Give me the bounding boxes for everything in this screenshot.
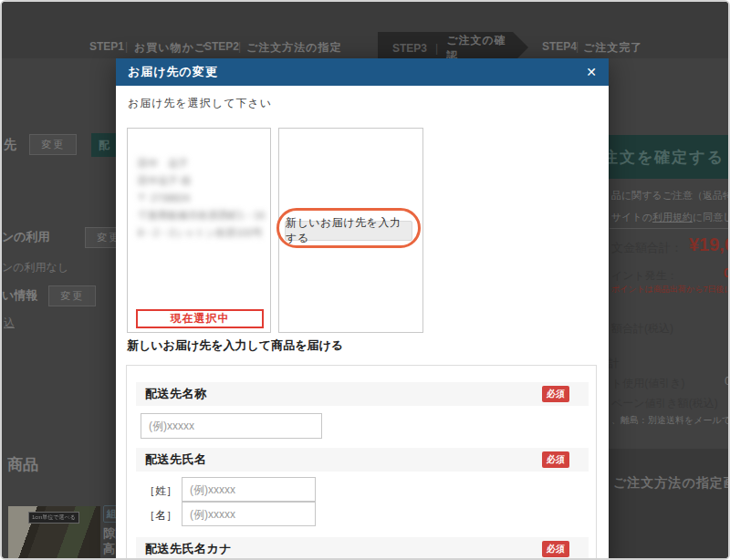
- points-earned-label-fragment: イント発生：: [611, 268, 678, 284]
- field-label: 配送先氏名: [145, 451, 207, 468]
- field-header-recipient-name-kana: 配送先氏名カナ 必須: [136, 537, 589, 560]
- coupon-section-heading-fragment: ンの利用: [2, 229, 50, 245]
- required-badge: 必須: [542, 386, 569, 402]
- order-total-label-fragment: 文金額合計：: [611, 240, 683, 256]
- new-address-form: 配送先名称 必須 配送先氏名 必須 ［姓］ ［名］ 配送先氏名カナ 必須: [126, 365, 597, 560]
- step-separator: |: [238, 40, 241, 53]
- required-badge: 必須: [542, 451, 569, 468]
- enter-new-address-button[interactable]: 新しいお届け先を入力する: [285, 221, 412, 241]
- points-use-label-fragment: ト使用(値引き): [611, 376, 685, 391]
- current-address-card[interactable]: 田中 花子 田中花子 様 〒 2738824 千葉県船橋市前原西町1－16 8－…: [127, 128, 271, 333]
- step1-label[interactable]: お買い物かご: [134, 40, 206, 56]
- coupon-status-fragment: ンの利用なし: [2, 260, 68, 275]
- step2-number: STEP2: [204, 40, 239, 53]
- remote-island-shipping-note-fragment: 、離島：別途送料をメールでご案内致: [611, 414, 730, 427]
- modal-instruction: お届け先を選択して下さい: [128, 96, 272, 111]
- shipping-total-fragment: 計: [609, 356, 620, 371]
- order-total-value: ¥19,000: [689, 234, 730, 255]
- terms-pre-text: サイトの: [611, 212, 652, 223]
- payment-method-fragment: 込: [4, 316, 15, 331]
- change-shipping-button[interactable]: 変更: [29, 134, 77, 155]
- step-separator: |: [125, 40, 128, 53]
- points-earned-value: 0: [724, 265, 730, 280]
- required-badge: 必須: [542, 541, 569, 557]
- delivery-name-input[interactable]: [141, 413, 322, 439]
- campaign-discount-label-fragment: ペーン値引き額(税込): [611, 396, 718, 411]
- divider: [610, 228, 730, 229]
- last-name-input[interactable]: [182, 477, 316, 502]
- new-address-form-heading: 新しいお届け先を入力して商品を届ける: [127, 337, 343, 354]
- step2-label[interactable]: ご注文方法の指定: [246, 40, 342, 56]
- field-header-recipient-name: 配送先氏名 必須: [136, 448, 589, 472]
- first-name-label: ［名］: [144, 508, 177, 524]
- step-navigation: STEP1 | お買い物かご STEP2 | ご注文方法の指定 STEP3 | …: [2, 2, 728, 58]
- product-image-badge: 1cm単位で選べる: [28, 512, 79, 524]
- address-line: 田中花子 様: [138, 172, 265, 190]
- change-payment-button[interactable]: 変更: [48, 285, 96, 306]
- product-image[interactable]: 1cm単位で選べる: [8, 506, 100, 560]
- shipping-section-heading-fragment: 先: [4, 137, 16, 153]
- payment-section-heading-fragment: い情報: [2, 287, 37, 304]
- return-policy-notice-fragment: 品に関するご注意（返品特約な: [611, 189, 730, 202]
- modal-header: お届け先の変更 ✕: [116, 58, 609, 86]
- subtotal-label-fragment: 額合計(税込): [611, 321, 673, 337]
- step4-number: STEP4: [542, 40, 577, 53]
- step4-label: ご注文完了: [583, 40, 642, 56]
- new-address-card: 新しいお届け先を入力する: [278, 128, 423, 333]
- first-name-input[interactable]: [182, 502, 316, 526]
- points-note-fragment: ポイントは商品出荷から7日後に有効: [611, 284, 730, 296]
- terms-agreement-fragment: サイトの利用規約に同意して: [611, 211, 730, 224]
- address-line: 千葉県船橋市前原西町1－16: [138, 207, 265, 224]
- currently-selected-button[interactable]: 現在選択中: [136, 309, 264, 328]
- back-to-order-method-link-fragment[interactable]: ご注文方法の指定画面へ戻: [613, 475, 730, 492]
- last-name-label: ［姓］: [144, 483, 177, 499]
- close-icon[interactable]: ✕: [586, 66, 597, 78]
- points-use-value: 0: [725, 374, 730, 388]
- modal-title: お届け先の変更: [128, 64, 218, 80]
- products-heading-fragment: 商品: [7, 454, 38, 475]
- address-line: 8－2－2シャトン前原103号: [138, 224, 265, 242]
- address-line: 〒 2738824: [138, 190, 265, 207]
- address-blurred-text: 田中 花子 田中花子 様 〒 2738824 千葉県船橋市前原西町1－16 8－…: [138, 155, 265, 242]
- change-address-modal: お届け先の変更 ✕ お届け先を選択して下さい 田中 花子 田中花子 様 〒 27…: [116, 58, 609, 560]
- lower-panel-background: [609, 449, 730, 560]
- step-separator: |: [435, 42, 438, 55]
- field-header-delivery-name: 配送先名称 必須: [136, 382, 589, 406]
- terms-link[interactable]: 利用規約: [652, 212, 693, 223]
- step3-number: STEP3: [392, 42, 427, 55]
- address-line: 田中 花子: [138, 155, 265, 172]
- step1-number: STEP1: [89, 40, 124, 53]
- terms-post-text: に同意して: [693, 212, 730, 223]
- field-label: 配送先名称: [145, 386, 207, 402]
- checkout-page: STEP1 | お買い物かご STEP2 | ご注文方法の指定 STEP3 | …: [0, 0, 730, 560]
- step-separator: |: [576, 40, 579, 53]
- field-label: 配送先氏名カナ: [145, 541, 232, 557]
